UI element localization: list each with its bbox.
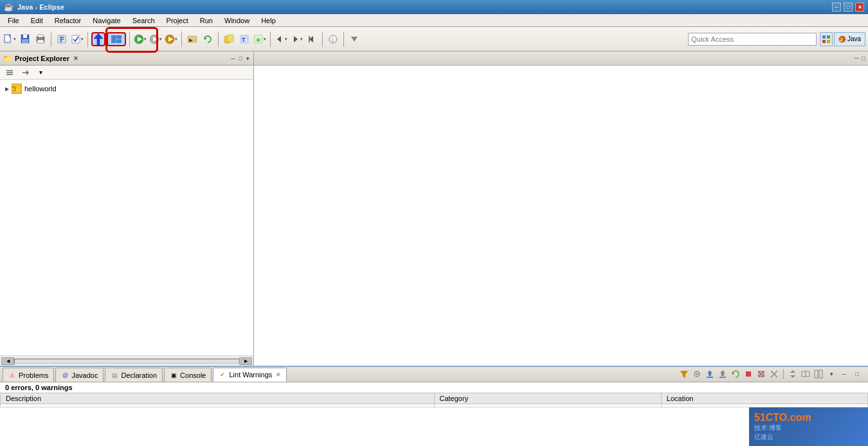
tab-lint[interactable]: ✓ Lint Warnings ✕ — [213, 368, 287, 382]
toolbar-sep-5 — [218, 31, 219, 47]
svg-text:▶: ▶ — [189, 37, 194, 43]
menu-run[interactable]: Run — [195, 15, 218, 26]
minimize-button[interactable]: ─ — [832, 3, 841, 12]
open-file-button[interactable] — [222, 32, 236, 46]
lint-tab-close[interactable]: ✕ — [276, 371, 281, 378]
debug-button[interactable]: ▾ — [164, 32, 178, 46]
menu-edit[interactable]: Edit — [26, 15, 48, 26]
close-button[interactable]: ✕ — [855, 3, 864, 12]
print-button[interactable] — [33, 32, 48, 46]
sidebar-toolbar: ▾ — [0, 66, 253, 80]
svg-marker-51 — [680, 371, 688, 378]
project-explorer-icon: 📁 — [3, 54, 12, 63]
svg-rect-7 — [37, 40, 44, 43]
svg-rect-69 — [815, 370, 818, 378]
open-resource-button[interactable]: ⊕ ▾ — [253, 32, 267, 46]
tab-console[interactable]: ▣ Console — [164, 368, 212, 382]
editor-minimize-btn[interactable]: ─ — [854, 55, 859, 62]
refresh2-button[interactable] — [730, 368, 741, 380]
add-column-button[interactable] — [800, 368, 811, 380]
scroll-left-btn[interactable]: ◀ — [1, 357, 14, 365]
scrollbar-track[interactable] — [14, 359, 239, 364]
restore-button[interactable]: □ — [844, 3, 853, 12]
sidebar-scrollbar[interactable]: ◀ ▶ — [0, 355, 253, 366]
build-button[interactable]: ▶ — [185, 32, 199, 46]
open-perspective-button[interactable] — [820, 32, 833, 46]
menu-window[interactable]: Window — [219, 15, 255, 26]
export-button[interactable] — [704, 368, 716, 380]
javadoc-icon: @ — [61, 371, 69, 379]
declaration-icon: ▤ — [111, 371, 118, 379]
open-task-button[interactable] — [55, 32, 69, 46]
tab-javadoc[interactable]: @ Javadoc — [55, 368, 104, 382]
editor-header: ─ □ — [254, 51, 868, 66]
sidebar-maximize-btn[interactable]: □ — [238, 55, 244, 62]
empty-loc — [661, 404, 867, 407]
panel-maximize[interactable]: □ — [851, 368, 863, 380]
editor-area: ─ □ — [254, 51, 868, 366]
delete-button[interactable] — [755, 368, 767, 380]
sidebar-viewmenu-btn[interactable]: ▾ — [245, 55, 251, 62]
prev-edit-button[interactable] — [91, 32, 105, 46]
tab-declaration[interactable]: ▤ Declaration — [105, 368, 163, 382]
run-button[interactable]: ▾ — [133, 32, 147, 46]
stop-button[interactable] — [743, 368, 754, 380]
editor-maximize-btn[interactable]: □ — [862, 55, 865, 62]
svg-rect-12 — [72, 35, 80, 43]
svg-rect-41 — [822, 40, 826, 43]
save-button[interactable] — [18, 32, 32, 46]
project-label: helloworld — [24, 85, 57, 93]
col-layout-button[interactable] — [813, 368, 824, 380]
sidebar-header: 📁 Project Explorer ✕ ─ □ ▾ — [0, 51, 253, 66]
col-location[interactable]: Location — [661, 393, 867, 404]
sidebar-view-menu[interactable]: ▾ — [33, 66, 48, 80]
last-edit-button[interactable] — [305, 32, 319, 46]
project-item-helloworld[interactable]: ▶ J helloworld — [3, 82, 251, 95]
svg-rect-40 — [827, 35, 830, 39]
menu-refactor[interactable]: Refactor — [50, 15, 87, 26]
expand-button[interactable] — [347, 32, 361, 46]
project-explorer-close[interactable]: ✕ — [73, 55, 78, 62]
preferences-button[interactable] — [691, 368, 703, 380]
expand-bottom-button[interactable] — [787, 368, 799, 380]
workbench-button[interactable] — [107, 32, 126, 46]
svg-marker-65 — [790, 370, 795, 373]
view-menu-button[interactable]: ▾ — [826, 368, 837, 380]
bottom-table-container[interactable]: Description Category Location — [0, 393, 868, 431]
problems-icon: ⚠ — [8, 371, 16, 379]
filter-button[interactable] — [678, 368, 690, 380]
new-button[interactable]: ▾ — [3, 32, 17, 46]
collapse-all-button[interactable] — [3, 66, 17, 80]
menu-file[interactable]: File — [3, 15, 24, 26]
col-category[interactable]: Category — [434, 393, 661, 404]
svg-rect-39 — [822, 35, 826, 39]
java-perspective-button[interactable]: J Java — [834, 32, 865, 46]
quick-access-input[interactable] — [688, 33, 817, 46]
editor-content[interactable] — [254, 66, 868, 366]
refresh-button[interactable] — [201, 32, 215, 46]
coverage-button[interactable]: ▾ — [149, 32, 163, 46]
svg-rect-55 — [707, 377, 713, 378]
back-button[interactable]: ▾ — [274, 32, 288, 46]
tab-problems[interactable]: ⚠ Problems — [3, 368, 54, 382]
export2-button[interactable] — [717, 368, 728, 380]
col-description[interactable]: Description — [1, 393, 435, 404]
sidebar-minimize-btn[interactable]: ─ — [230, 55, 236, 62]
empty-cat — [434, 404, 661, 407]
clear-console-button[interactable] — [768, 368, 780, 380]
menu-project[interactable]: Project — [161, 15, 194, 26]
menu-help[interactable]: Help — [256, 15, 281, 26]
checkbox-button[interactable]: ▾ — [70, 32, 84, 46]
next-annotation-button[interactable]: ↓ — [326, 32, 340, 46]
project-explorer-title: Project Explorer — [15, 55, 69, 62]
menu-navigate[interactable]: Navigate — [87, 15, 125, 26]
bottom-tabs: ⚠ Problems @ Javadoc ▤ Declaration ▣ Con… — [0, 367, 868, 382]
scroll-right-btn[interactable]: ▶ — [239, 357, 252, 365]
open-type-button[interactable]: T — [237, 32, 251, 46]
menu-search[interactable]: Search — [127, 15, 160, 26]
bottom-tab-sep — [783, 369, 784, 379]
svg-text:↓: ↓ — [331, 36, 334, 43]
forward-button[interactable]: ▾ — [289, 32, 303, 46]
link-editor-button[interactable] — [18, 66, 32, 80]
panel-minimize[interactable]: ─ — [838, 368, 850, 380]
